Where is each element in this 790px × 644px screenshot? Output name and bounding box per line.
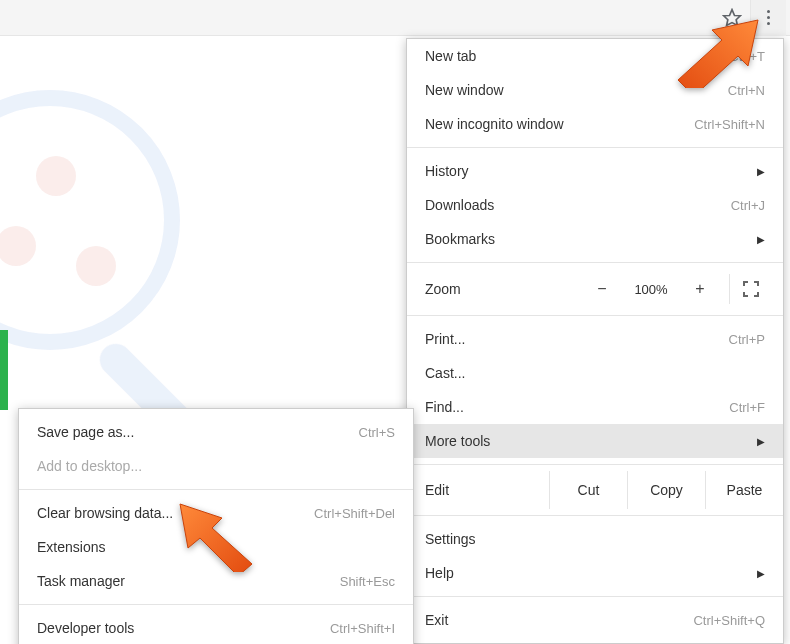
menu-label: Downloads [425, 197, 731, 213]
menu-separator [19, 489, 413, 490]
menu-item-new-incognito[interactable]: New incognito window Ctrl+Shift+N [407, 107, 783, 141]
submenu-label: Task manager [37, 573, 340, 589]
star-icon [722, 8, 742, 28]
submenu-shortcut: Ctrl+Shift+I [330, 621, 395, 636]
submenu-item-dev-tools[interactable]: Developer tools Ctrl+Shift+I [19, 611, 413, 644]
submenu-arrow-icon: ▶ [757, 234, 765, 245]
menu-item-print[interactable]: Print... Ctrl+P [407, 322, 783, 356]
submenu-item-task-manager[interactable]: Task manager Shift+Esc [19, 564, 413, 598]
menu-label: New tab [425, 48, 729, 64]
menu-separator [407, 262, 783, 263]
submenu-label: Developer tools [37, 620, 330, 636]
menu-shortcut: Ctrl+Shift+Q [693, 613, 765, 628]
menu-label: Exit [425, 612, 693, 628]
watermark-logo [0, 90, 180, 350]
submenu-arrow-icon: ▶ [757, 568, 765, 579]
menu-label: Bookmarks [425, 231, 751, 247]
cut-button[interactable]: Cut [549, 471, 627, 509]
submenu-item-extensions[interactable]: Extensions [19, 530, 413, 564]
menu-separator [407, 596, 783, 597]
menu-label: New window [425, 82, 728, 98]
zoom-in-button[interactable]: + [679, 274, 721, 304]
menu-item-exit[interactable]: Exit Ctrl+Shift+Q [407, 603, 783, 637]
zoom-label: Zoom [425, 281, 505, 297]
menu-separator [407, 147, 783, 148]
zoom-out-button[interactable]: − [581, 274, 623, 304]
submenu-label: Save page as... [37, 424, 359, 440]
submenu-label: Extensions [37, 539, 395, 555]
fullscreen-button[interactable] [729, 274, 771, 304]
menu-label: Print... [425, 331, 729, 347]
menu-label: Find... [425, 399, 729, 415]
submenu-arrow-icon: ▶ [757, 436, 765, 447]
submenu-item-clear-data[interactable]: Clear browsing data... Ctrl+Shift+Del [19, 496, 413, 530]
menu-item-zoom: Zoom − 100% + [407, 269, 783, 309]
menu-separator [407, 464, 783, 465]
menu-item-cast[interactable]: Cast... [407, 356, 783, 390]
decorative-bar [0, 330, 8, 410]
menu-shortcut: Ctrl+Shift+N [694, 117, 765, 132]
menu-shortcut: Ctrl+J [731, 198, 765, 213]
menu-label: History [425, 163, 751, 179]
menu-shortcut: Ctrl+F [729, 400, 765, 415]
submenu-shortcut: Shift+Esc [340, 574, 395, 589]
submenu-arrow-icon: ▶ [757, 166, 765, 177]
copy-button[interactable]: Copy [627, 471, 705, 509]
svg-marker-0 [724, 9, 741, 25]
more-tools-submenu: Save page as... Ctrl+S Add to desktop...… [18, 408, 414, 644]
fullscreen-icon [743, 281, 759, 297]
menu-item-more-tools[interactable]: More tools ▶ [407, 424, 783, 458]
vertical-dots-icon [767, 10, 770, 25]
submenu-item-add-desktop[interactable]: Add to desktop... [19, 449, 413, 483]
menu-item-new-tab[interactable]: New tab Ctrl+T [407, 39, 783, 73]
menu-separator [407, 315, 783, 316]
menu-item-help[interactable]: Help ▶ [407, 556, 783, 590]
chrome-menu-button[interactable] [750, 0, 786, 36]
menu-item-settings[interactable]: Settings [407, 522, 783, 556]
submenu-shortcut: Ctrl+Shift+Del [314, 506, 395, 521]
zoom-value: 100% [623, 282, 679, 297]
submenu-item-save-page[interactable]: Save page as... Ctrl+S [19, 415, 413, 449]
menu-item-find[interactable]: Find... Ctrl+F [407, 390, 783, 424]
edit-label: Edit [425, 482, 485, 498]
menu-item-edit: Edit Cut Copy Paste [407, 471, 783, 509]
chrome-main-menu: New tab Ctrl+T New window Ctrl+N New inc… [406, 38, 784, 644]
menu-label: Cast... [425, 365, 765, 381]
menu-separator [19, 604, 413, 605]
submenu-label: Clear browsing data... [37, 505, 314, 521]
paste-button[interactable]: Paste [705, 471, 783, 509]
menu-shortcut: Ctrl+P [729, 332, 765, 347]
menu-label: Settings [425, 531, 765, 547]
menu-item-bookmarks[interactable]: Bookmarks ▶ [407, 222, 783, 256]
bookmark-star-button[interactable] [714, 0, 750, 36]
menu-label: More tools [425, 433, 751, 449]
menu-separator [407, 515, 783, 516]
menu-item-new-window[interactable]: New window Ctrl+N [407, 73, 783, 107]
menu-shortcut: Ctrl+N [728, 83, 765, 98]
menu-item-history[interactable]: History ▶ [407, 154, 783, 188]
menu-label: Help [425, 565, 751, 581]
browser-toolbar [0, 0, 790, 36]
submenu-label: Add to desktop... [37, 458, 395, 474]
menu-item-downloads[interactable]: Downloads Ctrl+J [407, 188, 783, 222]
menu-shortcut: Ctrl+T [729, 49, 765, 64]
submenu-shortcut: Ctrl+S [359, 425, 395, 440]
menu-label: New incognito window [425, 116, 694, 132]
